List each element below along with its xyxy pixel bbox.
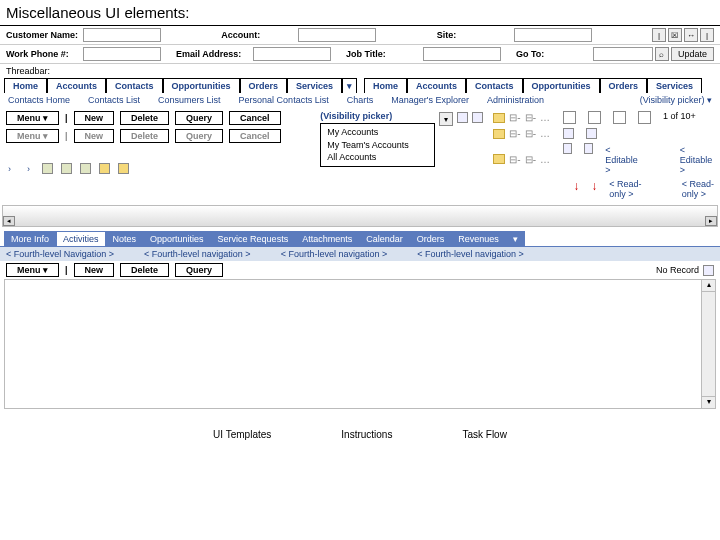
tab2-home[interactable]: Home [364,78,407,93]
tab-services[interactable]: Services [287,78,342,93]
collapse-icon[interactable]: | [700,28,714,42]
new-button-3[interactable]: New [74,263,115,277]
tab2-opportunities[interactable]: Opportunities [523,78,600,93]
mini-icon-2[interactable] [472,112,483,123]
folder-icon[interactable] [493,154,505,164]
link-charts[interactable]: Charts [347,95,374,105]
goto-input[interactable] [593,47,653,61]
link-consumers-list[interactable]: Consumers List [158,95,221,105]
grid-icon-1[interactable] [563,128,574,139]
scroll-down-icon[interactable]: ▾ [702,396,715,408]
tab-home[interactable]: Home [4,78,47,93]
scroll-left-icon[interactable]: ◂ [3,216,15,226]
query-button-1[interactable]: Query [175,111,223,125]
footer-ui-templates[interactable]: UI Templates [213,429,271,440]
close-icon[interactable]: | [652,28,666,42]
color-box-4[interactable] [99,163,110,174]
delete-button-3[interactable]: Delete [120,263,169,277]
subtab-attachments[interactable]: Attachments [295,231,359,246]
folder-icon[interactable] [493,113,505,123]
grid-icon-3[interactable] [563,143,572,154]
menu-button-2[interactable]: Menu ▾ [6,129,59,143]
nav-last-icon[interactable] [638,111,651,124]
site-label: Site: [437,30,512,40]
nav-prev-icon[interactable] [588,111,601,124]
readonly-label-1: < Read-only > [609,179,641,199]
new-button-1[interactable]: New [74,111,115,125]
goto-label: Go To: [516,49,591,59]
subtab-service-requests[interactable]: Service Requests [211,231,296,246]
nav-first-icon[interactable] [563,111,576,124]
tab2-contacts[interactable]: Contacts [466,78,523,93]
go-icon[interactable]: ⌕ [655,47,669,61]
cancel-button-1[interactable]: Cancel [229,111,281,125]
fourth-nav-2[interactable]: < Fourth-level navigation > [144,249,251,259]
tab-more-icon[interactable]: ▾ [342,78,357,93]
vertical-scrollbar[interactable]: ▴ ▾ [701,280,715,408]
link-contacts-list[interactable]: Contacts List [88,95,140,105]
tab-accounts[interactable]: Accounts [47,78,106,93]
menu-button-1[interactable]: Menu ▾ [6,111,59,125]
subtab-calendar[interactable]: Calendar [359,231,410,246]
subtab-revenues[interactable]: Revenues [451,231,506,246]
query-button-2[interactable]: Query [175,129,223,143]
subtab-more-info[interactable]: More Info [4,231,56,246]
footer-task-flow[interactable]: Task Flow [462,429,506,440]
tab-orders[interactable]: Orders [240,78,288,93]
color-box-2[interactable] [61,163,72,174]
fourth-level-nav: < Fourth-level Navigation > < Fourth-lev… [0,246,720,261]
dropdown-icon[interactable]: ▾ [439,112,453,126]
email-input[interactable] [253,47,331,61]
visibility-item-all[interactable]: All Accounts [327,151,428,164]
query-button-3[interactable]: Query [175,263,223,277]
menu-button-3[interactable]: Menu ▾ [6,263,59,277]
color-box-3[interactable] [80,163,91,174]
grid-icon-2[interactable] [586,128,597,139]
update-button[interactable]: Update [671,47,714,61]
account-input[interactable] [298,28,376,42]
link-managers-explorer[interactable]: Manager's Explorer [391,95,469,105]
mini-icon-1[interactable] [457,112,468,123]
subtab-notes[interactable]: Notes [106,231,144,246]
workphone-input[interactable] [83,47,161,61]
subtab-opportunities[interactable]: Opportunities [143,231,211,246]
fourth-nav-1[interactable]: < Fourth-level Navigation > [6,249,114,259]
scroll-up-icon[interactable]: ▴ [702,280,715,292]
delete-button-1[interactable]: Delete [120,111,169,125]
grid-icon-4[interactable] [584,143,593,154]
visibility-picker-link[interactable]: (Visibility picker) ▾ [640,95,712,105]
folder-icon[interactable] [493,129,505,139]
link-administration[interactable]: Administration [487,95,544,105]
nav-next-icon[interactable] [613,111,626,124]
site-input[interactable] [514,28,592,42]
jobtitle-input[interactable] [423,47,501,61]
visibility-item-team[interactable]: My Team's Accounts [327,139,428,152]
tab2-orders[interactable]: Orders [600,78,648,93]
tab2-accounts[interactable]: Accounts [407,78,466,93]
link-contacts-home[interactable]: Contacts Home [8,95,70,105]
color-box-1[interactable] [42,163,53,174]
subtab-activities[interactable]: Activities [56,231,106,246]
delete-button-2[interactable]: Delete [120,129,169,143]
subtab-more-icon[interactable]: ▾ [506,231,525,246]
customer-input[interactable] [83,28,161,42]
footer-instructions[interactable]: Instructions [341,429,392,440]
color-box-5[interactable] [118,163,129,174]
tab-contacts[interactable]: Contacts [106,78,163,93]
grid-toggle-icon[interactable] [703,265,714,276]
cancel-button-2[interactable]: Cancel [229,129,281,143]
chevron-right-icon[interactable]: › [27,164,30,174]
scroll-right-icon[interactable]: ▸ [705,216,717,226]
new-button-2[interactable]: New [74,129,115,143]
fourth-nav-4[interactable]: < Fourth-level navigation > [417,249,524,259]
link-personal-contacts[interactable]: Personal Contacts List [239,95,329,105]
visibility-dropdown[interactable]: My Accounts My Team's Accounts All Accou… [320,123,435,167]
expand-icon[interactable]: ↔ [684,28,698,42]
window-icon[interactable]: ☒ [668,28,682,42]
fourth-nav-3[interactable]: < Fourth-level navigation > [281,249,388,259]
visibility-item-my[interactable]: My Accounts [327,126,428,139]
tab2-services[interactable]: Services [647,78,702,93]
chevron-right-icon[interactable]: › [8,164,11,174]
tab-opportunities[interactable]: Opportunities [163,78,240,93]
subtab-orders[interactable]: Orders [410,231,452,246]
